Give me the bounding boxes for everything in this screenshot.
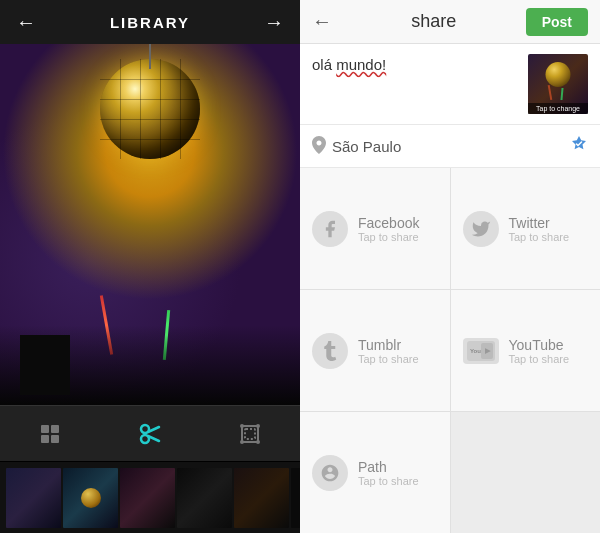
film-frame[interactable] <box>177 468 232 528</box>
social-grid-empty <box>451 412 601 533</box>
social-grid: Facebook Tap to share Twitter Tap to sha… <box>300 168 600 533</box>
film-frame[interactable] <box>6 468 61 528</box>
caption-text-area[interactable]: olá mundo! <box>312 54 518 75</box>
youtube-tap-label: Tap to share <box>509 353 570 365</box>
svg-point-11 <box>256 424 260 428</box>
forward-arrow[interactable]: → <box>264 11 284 34</box>
youtube-name: YouTube <box>509 337 570 353</box>
thumb-ribbon2 <box>560 88 563 100</box>
tap-to-change-label[interactable]: Tap to change <box>528 103 588 114</box>
left-panel: ← LIBRARY → <box>0 0 300 533</box>
filmstrip[interactable] <box>0 461 300 533</box>
verified-icon <box>570 135 588 157</box>
facebook-share-item[interactable]: Facebook Tap to share <box>300 168 450 289</box>
share-back-button[interactable]: ← <box>312 10 342 33</box>
film-frame-image <box>120 468 175 528</box>
thumbnail-container[interactable]: Tap to change <box>528 54 588 114</box>
youtube-share-item[interactable]: You ▶ YouTube Tap to share <box>451 290 601 411</box>
grid-line <box>140 59 141 159</box>
disco-sphere <box>100 59 200 159</box>
film-frame[interactable] <box>234 468 289 528</box>
scissors-tool-button[interactable] <box>137 421 163 447</box>
grid-line <box>100 119 200 120</box>
tumblr-share-item[interactable]: Tumblr Tap to share <box>300 290 450 411</box>
facebook-info: Facebook Tap to share <box>358 215 419 243</box>
toolbar <box>0 405 300 461</box>
grid-line <box>120 59 121 159</box>
path-name: Path <box>358 459 419 475</box>
youtube-icon-box: You ▶ <box>463 338 499 364</box>
left-header: ← LIBRARY → <box>0 0 300 44</box>
location-icon <box>312 136 326 157</box>
caption-text-regular: olá <box>312 56 336 73</box>
disco-ball <box>100 59 200 159</box>
facebook-icon-circle <box>312 211 348 247</box>
tumblr-tap-label: Tap to share <box>358 353 419 365</box>
grid-tool-button[interactable] <box>38 422 62 446</box>
thumbnail-disco-ball <box>546 62 571 87</box>
tumblr-name: Tumblr <box>358 337 419 353</box>
twitter-tap-label: Tap to share <box>509 231 570 243</box>
film-frame[interactable] <box>291 468 300 528</box>
caption-text: olá mundo! <box>312 56 386 73</box>
caption-text-underlined: mundo! <box>336 56 386 73</box>
film-frame-image <box>63 468 118 528</box>
grid-line <box>160 59 161 159</box>
film-frame-image <box>6 468 61 528</box>
facebook-tap-label: Tap to share <box>358 231 419 243</box>
ball-wire <box>149 44 151 69</box>
right-panel: ← share Post olá mundo! Tap to change Sã… <box>300 0 600 533</box>
post-button[interactable]: Post <box>526 8 588 36</box>
svg-text:You: You <box>470 347 481 353</box>
tumblr-info: Tumblr Tap to share <box>358 337 419 365</box>
path-info: Path Tap to share <box>358 459 419 487</box>
film-frame[interactable] <box>120 468 175 528</box>
svg-point-10 <box>240 424 244 428</box>
location-text: São Paulo <box>332 138 564 155</box>
twitter-share-item[interactable]: Twitter Tap to share <box>451 168 601 289</box>
location-row[interactable]: São Paulo <box>300 124 600 168</box>
caption-area[interactable]: olá mundo! Tap to change <box>300 44 600 124</box>
twitter-name: Twitter <box>509 215 570 231</box>
svg-rect-2 <box>41 435 49 443</box>
film-frame-image <box>177 468 232 528</box>
svg-point-12 <box>240 440 244 444</box>
image-bg <box>0 44 300 405</box>
crop-tool-button[interactable] <box>238 422 262 446</box>
grid-line <box>100 139 200 140</box>
film-frame[interactable] <box>63 468 118 528</box>
svg-rect-9 <box>245 429 255 439</box>
share-title: share <box>342 11 526 32</box>
svg-point-13 <box>256 440 260 444</box>
svg-rect-3 <box>51 435 59 443</box>
film-frame-image <box>234 468 289 528</box>
main-image <box>0 44 300 405</box>
grid-line <box>100 99 200 100</box>
svg-rect-1 <box>51 425 59 433</box>
back-arrow[interactable]: ← <box>16 11 36 34</box>
grid-line <box>180 59 181 159</box>
path-share-item[interactable]: Path Tap to share <box>300 412 450 533</box>
tumblr-icon-circle <box>312 333 348 369</box>
share-header: ← share Post <box>300 0 600 44</box>
path-tap-label: Tap to share <box>358 475 419 487</box>
twitter-icon-circle <box>463 211 499 247</box>
library-title: LIBRARY <box>110 14 190 31</box>
grid-line <box>100 79 200 80</box>
youtube-info: YouTube Tap to share <box>509 337 570 365</box>
path-icon-circle <box>312 455 348 491</box>
facebook-name: Facebook <box>358 215 419 231</box>
thumb-ribbon <box>548 85 553 100</box>
twitter-info: Twitter Tap to share <box>509 215 570 243</box>
dark-box <box>20 335 70 395</box>
film-frame-image <box>291 468 300 528</box>
svg-rect-0 <box>41 425 49 433</box>
